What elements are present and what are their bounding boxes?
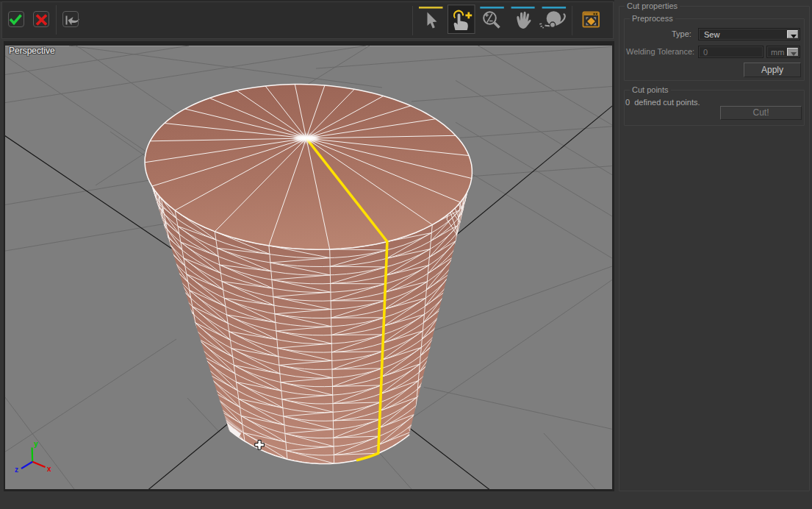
- svg-text:y: y: [34, 440, 38, 448]
- svg-text:z: z: [15, 466, 18, 474]
- svg-text:x: x: [47, 465, 51, 473]
